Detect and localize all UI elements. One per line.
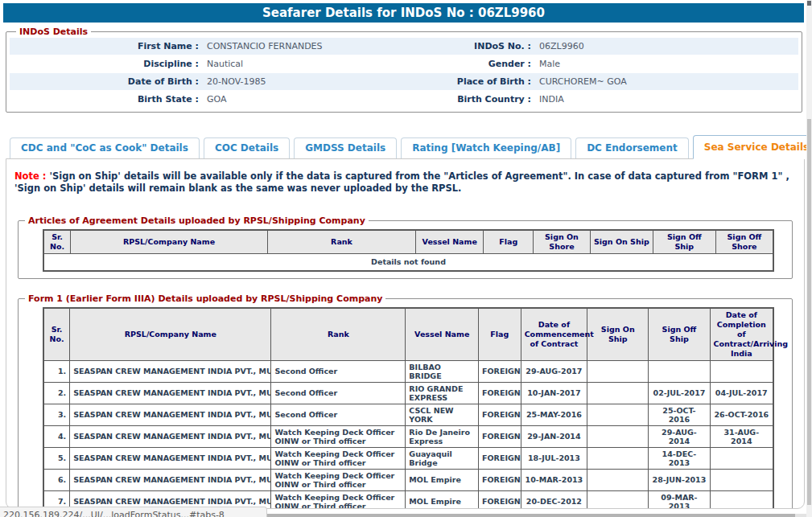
cell-vessel-name: MOL Empire — [406, 469, 479, 490]
cell-rank: Second Officer — [271, 382, 406, 404]
cell-rank: Watch Keeping Deck Officer OINW or Third… — [271, 425, 406, 447]
cell-flag: FOREIGN — [479, 490, 521, 509]
cell-date-of-commencement-of-contract: 20-DEC-2012 — [521, 490, 587, 509]
cell-rank: Watch Keeping Deck Officer OINW or Third… — [271, 447, 406, 469]
birth-country-value: INDIA — [535, 91, 798, 109]
page-title: Seafarer Details for INDoS No : 06ZL9960 — [3, 3, 804, 23]
place-of-birth-value: CURCHOREM~ GOA — [535, 73, 798, 91]
cell-vessel-name: BILBAO BRIDGE — [406, 360, 479, 382]
column-header-sign-on-ship: Sign On Ship — [587, 308, 649, 361]
cell-date-of-completion-of-contract-arriving-india: 04-JUL-2017 — [710, 382, 773, 404]
sea-service-row: 6.SEASPAN CREW MANAGEMENT INDIA PVT., MU… — [43, 469, 773, 490]
form1-details-fieldset: Form 1 (Earlier Form IIIA) Details uploa… — [18, 293, 793, 510]
sea-service-details-panel: Note : 'Sign on Ship' details will be av… — [6, 158, 805, 509]
cell-flag: FOREIGN — [479, 382, 521, 404]
cell-sr-no: 1. — [43, 360, 70, 382]
cell-flag: FOREIGN — [479, 360, 521, 382]
first-name-value: CONSTANCIO FERNANDES — [203, 38, 400, 55]
tab-rating-watch-keeping-ab[interactable]: Rating [Watch Keeping/AB] — [401, 137, 571, 158]
column-header-sign-off-shore: Sign Off Shore — [715, 230, 773, 254]
discipline-value: Nautical — [203, 55, 400, 73]
note-label: Note : — [14, 170, 46, 182]
sea-service-row: 1.SEASPAN CREW MANAGEMENT INDIA PVT., MU… — [43, 360, 773, 382]
cell-date-of-completion-of-contract-arriving-india: 26-OCT-2016 — [710, 404, 773, 425]
cell-sign-off-ship: 14-DEC-2013 — [649, 447, 710, 469]
articles-of-agreement-table: Sr. No.RPSL/Company NameRankVessel NameF… — [43, 229, 774, 272]
cell-sign-off-ship: 02-JUL-2017 — [649, 382, 710, 404]
tab-coc-details[interactable]: COC Details — [204, 137, 290, 158]
tab-cdc-and-coc-as-cook-details[interactable]: CDC and "CoC as Cook" Details — [10, 137, 200, 158]
cell-flag: FOREIGN — [479, 404, 521, 425]
tab-dc-endorsement[interactable]: DC Endorsement — [575, 137, 689, 158]
cell-rank: Second Officer — [271, 360, 406, 382]
place-of-birth-label: Place of Birth : — [400, 73, 535, 91]
cell-rank: Second Officer — [271, 404, 406, 425]
indos-detail-row: Discipline :NauticalGender :Male — [10, 55, 798, 73]
indos-details-fieldset: INDoS Details First Name :CONSTANCIO FER… — [6, 27, 802, 113]
cell-date-of-completion-of-contract-arriving-india — [710, 469, 773, 490]
indos-details-grid: First Name :CONSTANCIO FERNANDESINDoS No… — [10, 38, 798, 109]
cell-sign-on-ship — [587, 469, 649, 490]
cell-vessel-name: Rio De Janeiro Express — [406, 425, 479, 447]
cell-date-of-commencement-of-contract: 10-MAR-2013 — [521, 469, 587, 490]
cell-sign-on-ship — [587, 382, 649, 404]
table-header-row: Sr. No.RPSL/Company NameRankVessel NameF… — [43, 230, 773, 254]
cell-sr-no: 2. — [43, 382, 70, 404]
scrollbar-up-arrow-icon[interactable] — [807, 1, 811, 6]
cell-date-of-commencement-of-contract: 29-AUG-2017 — [521, 360, 587, 382]
vertical-scrollbar[interactable] — [806, 0, 812, 517]
discipline-label: Discipline : — [10, 55, 203, 73]
cell-rpsl-company-name: SEASPAN CREW MANAGEMENT INDIA PVT., MUMB… — [70, 382, 271, 404]
date-of-birth-label: Date of Birth : — [10, 73, 203, 91]
column-header-sign-off-ship: Sign Off Ship — [649, 308, 710, 361]
cell-rpsl-company-name: SEASPAN CREW MANAGEMENT INDIA PVT., MUMB… — [70, 360, 271, 382]
gender-label: Gender : — [400, 55, 535, 73]
cell-vessel-name: Guayaquil Bridge — [406, 447, 479, 469]
column-header-date-of-completion-of-contract-arriving-india: Date of Completion of Contract/Arriving … — [710, 308, 773, 361]
tab-bar: CDC and "CoC as Cook" DetailsCOC Details… — [6, 135, 805, 158]
cell-sr-no: 6. — [43, 469, 70, 490]
cell-rpsl-company-name: SEASPAN CREW MANAGEMENT INDIA PVT., MUMB… — [70, 469, 271, 490]
cell-sign-off-ship: 28-JUN-2013 — [649, 469, 710, 490]
cell-date-of-commencement-of-contract: 18-JUL-2013 — [521, 447, 587, 469]
column-header-rank: Rank — [271, 308, 406, 361]
first-name-label: First Name : — [10, 38, 203, 55]
gender-value: Male — [535, 55, 798, 73]
cell-flag: FOREIGN — [479, 447, 521, 469]
cell-sign-on-ship — [587, 447, 649, 469]
table-header-row: Sr. No.RPSL/Company NameRankVessel NameF… — [43, 308, 773, 361]
cell-flag: FOREIGN — [479, 469, 521, 490]
sign-on-ship-note: Note : 'Sign on Ship' details will be av… — [14, 170, 796, 195]
cell-sign-off-ship — [649, 360, 710, 382]
cell-sign-off-ship: 29-AUG-2014 — [649, 425, 710, 447]
cell-sign-off-ship: 09-MAR-2013 — [649, 490, 710, 509]
indos-detail-row: Date of Birth :20-NOV-1985Place of Birth… — [10, 73, 798, 91]
sea-service-row: 4.SEASPAN CREW MANAGEMENT INDIA PVT., MU… — [43, 425, 773, 447]
column-header-sr-no: Sr. No. — [43, 308, 70, 361]
vertical-scrollbar-thumb[interactable] — [807, 119, 811, 505]
tab-sea-service-details[interactable]: Sea Service Details — [693, 135, 812, 159]
cell-sign-on-ship — [587, 490, 649, 509]
tab-gmdss-details[interactable]: GMDSS Details — [294, 137, 397, 158]
cell-vessel-name: RIO GRANDE EXPRESS — [406, 382, 479, 404]
sea-service-row: 2.SEASPAN CREW MANAGEMENT INDIA PVT., MU… — [43, 382, 773, 404]
cell-date-of-completion-of-contract-arriving-india: 31-AUG-2014 — [710, 425, 773, 447]
cell-sign-on-ship — [587, 360, 649, 382]
form1-details-legend: Form 1 (Earlier Form IIIA) Details uploa… — [25, 293, 385, 304]
column-header-vessel-name: Vessel Name — [406, 308, 479, 361]
birth-state-value: GOA — [203, 91, 400, 109]
indos-detail-row: First Name :CONSTANCIO FERNANDESINDoS No… — [10, 38, 798, 55]
cell-rpsl-company-name: SEASPAN CREW MANAGEMENT INDIA PVT., MUMB… — [70, 425, 271, 447]
empty-result-row: Details not found — [43, 254, 773, 271]
indos-no-label: INDoS No. : — [400, 38, 535, 55]
indos-details-legend: INDoS Details — [16, 27, 91, 37]
cell-date-of-commencement-of-contract: 10-JAN-2017 — [521, 382, 587, 404]
cell-sr-no: 4. — [43, 425, 70, 447]
sea-service-row: 3.SEASPAN CREW MANAGEMENT INDIA PVT., MU… — [43, 404, 773, 425]
column-header-rpsl-company-name: RPSL/Company Name — [71, 230, 268, 254]
cell-sr-no: 5. — [43, 447, 70, 469]
cell-flag: FOREIGN — [479, 425, 521, 447]
articles-of-agreement-fieldset: Articles of Agreement Details uploaded b… — [18, 215, 793, 279]
status-bar-link-preview: 220.156.189.224/...UI/...loadFormStatus.… — [0, 507, 267, 517]
column-header-sign-on-shore: Sign On Shore — [534, 230, 591, 254]
